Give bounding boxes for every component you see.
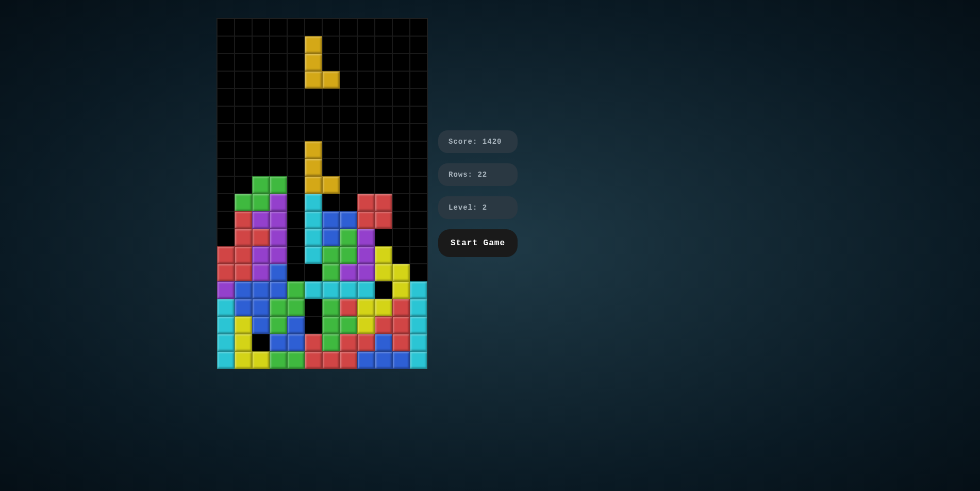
board-cell (340, 316, 357, 334)
board-cell (217, 159, 235, 176)
board-cell (287, 194, 305, 211)
board-cell (287, 351, 305, 369)
board-cell (305, 194, 322, 211)
board-cell (357, 316, 375, 334)
board-cell (287, 71, 305, 89)
board-cell (305, 211, 322, 229)
board-cell (235, 351, 252, 369)
board-cell (252, 264, 270, 281)
board-cell (217, 194, 235, 211)
board-cell (252, 106, 270, 124)
board-cell (252, 36, 270, 54)
board-cell (322, 316, 340, 334)
start-game-button[interactable]: Start Game (438, 229, 518, 257)
board-cell (375, 106, 392, 124)
board-cell (322, 194, 340, 211)
board-cell (410, 36, 427, 54)
board-cell (322, 19, 340, 36)
board-cell (287, 141, 305, 159)
board-cell (357, 54, 375, 71)
board-cell (375, 316, 392, 334)
board-cell (235, 264, 252, 281)
board-cell (235, 106, 252, 124)
board-cell (305, 264, 322, 281)
board-cell (375, 264, 392, 281)
board-cell (252, 246, 270, 264)
board-cell (270, 36, 287, 54)
board-cell (340, 54, 357, 71)
board-cell (235, 54, 252, 71)
board-cell (410, 159, 427, 176)
board-cell (322, 176, 340, 194)
board-cell (217, 19, 235, 36)
board-cell (357, 246, 375, 264)
board-cell (217, 176, 235, 194)
board-cell (270, 176, 287, 194)
board-cell (305, 316, 322, 334)
board-cell (235, 176, 252, 194)
board-cell (287, 281, 305, 299)
score-box: Score: 1420 (438, 130, 518, 153)
board-cell (287, 299, 305, 316)
board-cell (287, 106, 305, 124)
board-cell (217, 351, 235, 369)
board-cell (305, 106, 322, 124)
board-cell (270, 211, 287, 229)
level-label: Level: (449, 204, 477, 212)
board-cell (357, 281, 375, 299)
board-cell (375, 211, 392, 229)
board-cell (340, 176, 357, 194)
board-cell (340, 334, 357, 351)
board-cell (340, 229, 357, 246)
rows-label: Rows: (449, 171, 473, 179)
board-cell (305, 229, 322, 246)
board-cell (340, 194, 357, 211)
board-cell (322, 299, 340, 316)
score-label: Score: (449, 138, 477, 146)
board-cell (235, 246, 252, 264)
board-cell (270, 229, 287, 246)
board-cell (375, 194, 392, 211)
board-cell (252, 211, 270, 229)
board-cell (287, 36, 305, 54)
board-cell (392, 351, 410, 369)
board-cell (252, 351, 270, 369)
board-cell (322, 246, 340, 264)
board-cell (340, 299, 357, 316)
board-cell (235, 299, 252, 316)
board-cell (217, 229, 235, 246)
board-cell (375, 334, 392, 351)
board-cell (357, 19, 375, 36)
board-cell (392, 106, 410, 124)
board-cell (375, 299, 392, 316)
board-cell (392, 334, 410, 351)
board-cell (410, 54, 427, 71)
tetris-board[interactable] (217, 18, 428, 369)
board-cell (235, 211, 252, 229)
board-cell (235, 36, 252, 54)
board-cell (287, 19, 305, 36)
board-cell (392, 316, 410, 334)
board-cell (410, 229, 427, 246)
board-cell (270, 19, 287, 36)
board-cell (392, 211, 410, 229)
board-cell (305, 351, 322, 369)
board-cell (340, 124, 357, 141)
board-cell (357, 124, 375, 141)
board-cell (252, 334, 270, 351)
board-cell (340, 36, 357, 54)
board-cell (287, 89, 305, 106)
board-cell (340, 19, 357, 36)
board-cell (252, 141, 270, 159)
board-cell (392, 246, 410, 264)
board-cell (270, 89, 287, 106)
board-cell (217, 316, 235, 334)
board-cell (217, 264, 235, 281)
board-cell (217, 89, 235, 106)
board-cell (287, 264, 305, 281)
board-cell (217, 141, 235, 159)
board-cell (322, 211, 340, 229)
board-cell (305, 36, 322, 54)
board-cell (375, 246, 392, 264)
board-cell (217, 281, 235, 299)
